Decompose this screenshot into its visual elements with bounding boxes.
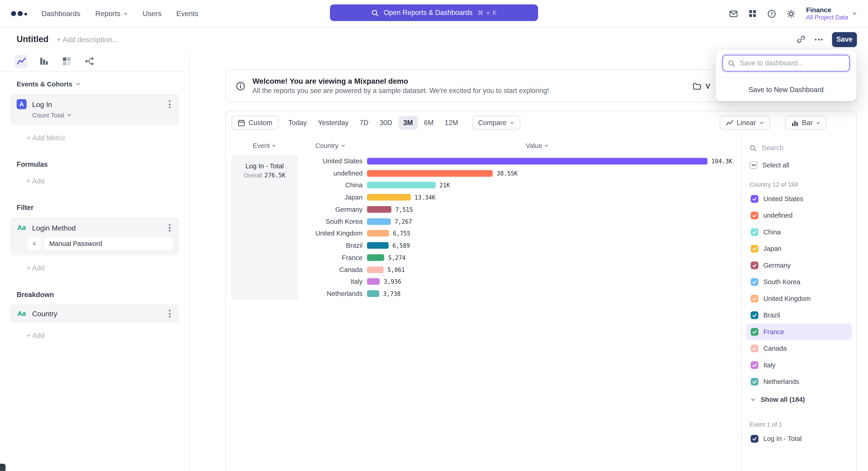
aggregation-selector[interactable]: Count Total [32,112,71,119]
checkbox-france[interactable] [751,328,758,336]
chart-bar-canada[interactable] [367,266,383,273]
checkbox-united-kingdom[interactable] [751,295,758,302]
sidebar-collapse-handle[interactable] [0,464,5,471]
compare-button[interactable]: Compare [472,116,520,129]
event-item-checkbox[interactable] [751,435,758,442]
date-range-custom[interactable]: Custom [231,116,278,129]
country-item-undefined[interactable]: undefined [746,207,852,224]
country-item-canada[interactable]: Canada [746,340,852,357]
chart-row-china: China21K [298,179,741,191]
banner-action-button[interactable]: V [692,82,710,90]
filter-menu-icon[interactable] [166,223,173,233]
help-icon[interactable]: ? [767,9,776,18]
tab-flows-icon[interactable] [83,55,96,68]
formulas-section-label: Formulas [17,160,173,168]
checkbox-south-korea[interactable] [751,278,758,286]
project-selector[interactable]: Finance All Project Data [806,6,857,21]
chart-bar-undefined[interactable] [367,170,493,176]
report-description-placeholder[interactable]: + Add description... [57,35,118,44]
filter-value[interactable]: Manual Password [44,237,173,250]
select-all-row[interactable]: Select all [749,157,848,173]
country-item-brazil[interactable]: Brazil [746,307,852,324]
date-range-6m[interactable]: 6M [419,116,439,129]
chart-bar-japan[interactable] [367,194,411,200]
chart-bar-united-kingdom[interactable] [367,230,389,237]
column-header-event[interactable]: Event [231,142,298,150]
gear-icon[interactable] [786,9,796,18]
mixpanel-logo-icon[interactable] [11,11,27,16]
country-item-united-kingdom[interactable]: United Kingdom [746,290,852,307]
country-item-china[interactable]: China [746,224,852,240]
tab-insights-line-chart-icon[interactable] [14,55,28,68]
date-range-today[interactable]: Today [283,116,312,129]
filter-operator[interactable]: = [28,237,41,250]
add-filter-button[interactable]: + Add [27,264,189,272]
report-title[interactable]: Untitled [17,34,49,45]
nav-item-reports[interactable]: Reports [95,9,127,18]
checkbox-japan[interactable] [751,245,758,253]
checkbox-italy[interactable] [751,361,758,369]
country-item-germany[interactable]: Germany [746,257,852,273]
chart-bar-china[interactable] [367,182,436,188]
tab-retention-icon[interactable] [60,55,73,68]
chart-bar-netherlands[interactable] [367,291,379,297]
checkbox-china[interactable] [751,228,758,236]
events-cohorts-section-header[interactable]: Events & Cohorts [17,80,173,88]
show-all-button[interactable]: Show all (184) [746,391,852,408]
chart-bar-south-korea[interactable] [367,218,391,225]
checkbox-netherlands[interactable] [751,378,758,385]
view-mode-button[interactable]: Linear [719,116,770,129]
checkbox-united-states[interactable] [751,195,758,203]
column-header-country[interactable]: Country [298,142,363,150]
save-dashboard-search-input[interactable] [740,59,844,67]
filter-card-login-method[interactable]: Aa Login Method = Manual Password [10,217,179,256]
event-item-log-in-total[interactable]: Log In - Total [746,431,852,447]
metric-menu-icon[interactable] [166,99,173,109]
link-icon[interactable] [797,35,805,44]
more-options-icon[interactable] [815,38,823,40]
checkbox-undefined[interactable] [751,212,758,219]
breakdown-search-input[interactable] [762,144,848,152]
country-item-united-states[interactable]: United States [746,190,852,207]
tab-funnels-icon[interactable] [37,55,51,68]
country-item-south-korea[interactable]: South Korea [746,274,852,290]
chart-bar-italy[interactable] [367,278,380,285]
date-range-yesterday[interactable]: Yesterday [313,116,353,129]
breakdown-card-country[interactable]: Aa Country [10,304,179,323]
save-dashboard-search[interactable] [722,55,850,71]
chart-type-button[interactable]: Bar [785,116,827,129]
nav-item-events[interactable]: Events [176,9,198,18]
country-item-france[interactable]: France [746,324,852,340]
add-formula-button[interactable]: + Add [27,177,189,185]
chart-bar-germany[interactable] [367,206,392,213]
save-to-new-dashboard-button[interactable]: Save to New Dashboard [716,78,857,101]
chart-bar-value: 104.3K [711,158,733,165]
metric-card-log-in[interactable]: A Log In Count Total [10,94,179,125]
country-item-japan[interactable]: Japan [746,240,852,257]
chart-bar-brazil[interactable] [367,242,389,249]
breakdown-search[interactable] [749,141,848,155]
event-summary-cell[interactable]: Log In - Total Overall276.5K [231,155,298,300]
message-icon[interactable] [729,9,738,18]
apps-grid-icon[interactable] [748,9,757,18]
checkbox-brazil[interactable] [751,311,758,319]
checkbox-germany[interactable] [751,262,758,269]
chart-bar-united-states[interactable] [367,158,708,165]
nav-item-users[interactable]: Users [143,9,161,18]
global-search-button[interactable]: Open Reports & Dashboards ⌘ + K [330,4,538,21]
column-header-value[interactable]: Value [367,142,708,150]
nav-item-dashboards[interactable]: Dashboards [41,9,81,18]
breakdown-menu-icon[interactable] [166,308,173,319]
save-button[interactable]: Save [832,32,857,47]
checkbox-canada[interactable] [751,345,758,352]
date-range-3m[interactable]: 3M [398,116,418,129]
add-breakdown-button[interactable]: + Add [27,332,189,340]
date-range-12m[interactable]: 12M [440,116,463,129]
add-metric-button[interactable]: + Add Metric [27,134,189,142]
select-all-checkbox[interactable] [749,161,757,169]
date-range-7d[interactable]: 7D [355,116,373,129]
chart-bar-france[interactable] [367,254,384,261]
country-item-italy[interactable]: Italy [746,357,852,373]
country-item-netherlands[interactable]: Netherlands [746,374,852,390]
date-range-30d[interactable]: 30D [375,116,397,129]
